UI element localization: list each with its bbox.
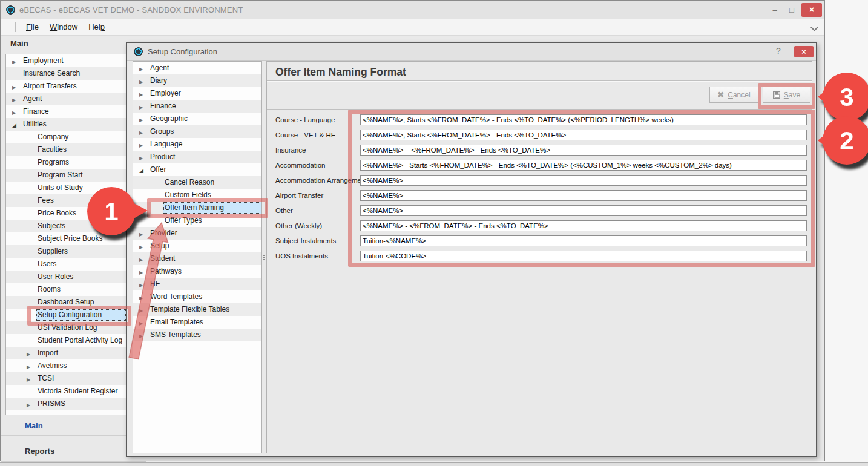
save-button[interactable]: Save (763, 87, 810, 103)
sidebar-tree-item[interactable]: Dashboard Setup (6, 296, 126, 309)
expand-arrow-icon (12, 95, 22, 103)
dialog-tree-item[interactable]: Diary (133, 74, 261, 87)
sidebar-tree-item[interactable]: Faculties (6, 143, 126, 156)
dialog-tree-item[interactable]: Offer (133, 163, 261, 176)
cancel-x-icon: ✖ (717, 90, 724, 99)
sidebar-tree-item[interactable]: Fees (6, 194, 126, 207)
tree-item-label: Import (38, 349, 58, 357)
dialog-tree-item[interactable]: Groups (133, 125, 261, 138)
naming-format-input[interactable] (360, 114, 807, 125)
sidebar-tree-item[interactable]: Student Portal Activity Log (6, 334, 126, 347)
tree-item-label: Provider (150, 229, 177, 237)
maximize-button[interactable]: □ (783, 5, 800, 15)
dialog-tree-item[interactable]: Product (133, 151, 261, 163)
nav-band-reports[interactable]: Reports (1, 440, 146, 462)
menu-item[interactable]: Help (83, 21, 110, 33)
naming-format-input[interactable] (360, 205, 807, 216)
tree-item-label: Diary (150, 76, 167, 85)
sidebar-tree-item[interactable]: Insurance Search (6, 67, 126, 80)
naming-format-input[interactable] (360, 220, 807, 231)
sidebar-tree-item[interactable]: Import (6, 347, 126, 359)
dialog-titlebar: Setup Configuration ? × (127, 43, 816, 61)
dialog-tree-item[interactable]: Offer Item Naming (133, 202, 261, 214)
naming-format-input[interactable] (360, 175, 807, 186)
naming-format-input[interactable] (360, 160, 807, 171)
minimize-button[interactable]: – (766, 5, 783, 15)
sidebar-tree-item[interactable]: Price Books (6, 207, 126, 220)
field-label: Other (275, 207, 360, 214)
sidebar-tree-item[interactable]: Program Start (6, 169, 126, 182)
menu-item[interactable]: Window (44, 21, 83, 33)
sidebar-tree: Employment Insurance Search Airport Tran… (5, 54, 127, 415)
sidebar-tree-item[interactable]: Avetmiss (6, 359, 126, 372)
tree-item-label: Faculties (38, 145, 67, 154)
sidebar-tree-item[interactable]: Setup Configuration (6, 309, 126, 321)
offer-item-naming-pane: Offer Item Naming Format ✖ Cancel Save C… (266, 61, 812, 453)
tree-item-label: Offer (150, 165, 166, 174)
tree-item-label: User Roles (38, 272, 73, 281)
sidebar-tree-item[interactable]: Utilities (6, 118, 126, 131)
dialog-tree-item[interactable]: Student (133, 252, 261, 265)
sidebar-tree-item[interactable]: Agent (6, 93, 126, 105)
sidebar-tree-item[interactable]: Employment (6, 54, 126, 67)
dialog-close-button[interactable]: × (794, 46, 814, 57)
nav-band-main[interactable]: Main (1, 416, 146, 436)
expand-arrow-icon (139, 229, 149, 238)
dialog-tree-item[interactable]: Cancel Reason (133, 176, 261, 189)
sidebar-tree-item[interactable]: Rooms (6, 283, 126, 296)
dialog-tree-item[interactable]: Offer Types (133, 214, 261, 227)
sidebar-tree-item[interactable]: Users (6, 258, 126, 271)
sidebar-tree-item[interactable]: Units of Study (6, 182, 126, 194)
window-title: eBECAS - eBECAS VET DEMO - SANDBOX ENVIR… (19, 5, 243, 15)
dialog-tree-item[interactable]: Custom Fields (133, 189, 261, 202)
close-button[interactable]: × (801, 3, 822, 17)
chevron-down-icon[interactable] (810, 24, 818, 31)
sidebar-tree-item[interactable]: Victoria Student Register (6, 385, 126, 398)
field-label: Subject Instalments (275, 237, 360, 244)
tree-item-label: Fees (38, 196, 54, 205)
button-strip: ✖ Cancel Save (267, 81, 812, 110)
window-controls: – □ × (766, 1, 822, 19)
naming-format-input[interactable] (360, 145, 807, 156)
dialog-help-button[interactable]: ? (774, 46, 783, 56)
expand-arrow-icon (139, 90, 149, 98)
form-row: Accommodation Arrangement (275, 175, 807, 186)
dialog-tree-item[interactable]: Agent (133, 62, 261, 74)
sidebar-tree-item[interactable]: User Roles (6, 271, 126, 283)
sidebar-tree-item[interactable]: Subject Price Books (6, 232, 126, 245)
splitter-handle[interactable] (263, 252, 265, 264)
sidebar-tree-item[interactable]: Programs (6, 156, 126, 169)
expand-arrow-icon (139, 128, 149, 136)
sidebar-tree-item[interactable]: Airport Transfers (6, 80, 126, 93)
tree-item-label: Employment (23, 56, 64, 65)
sidebar-tree-item[interactable]: Subjects (6, 220, 126, 232)
dialog-tree-item[interactable]: SMS Templates (133, 329, 261, 341)
form-row: Insurance (275, 145, 807, 156)
dialog-tree-item[interactable]: HE (133, 278, 261, 290)
dialog-tree-item[interactable]: Setup (133, 240, 261, 252)
dialog-tree-item[interactable]: Template Flexible Tables (133, 303, 261, 316)
sidebar-tree-item[interactable]: USI Validation Log (6, 321, 126, 334)
dialog-tree-item[interactable]: Provider (133, 227, 261, 240)
menu-item[interactable]: File (21, 21, 44, 33)
sidebar-tree-item[interactable]: TCSI (6, 372, 126, 385)
dialog-tree-item[interactable]: Geographic (133, 113, 261, 125)
sidebar-tree-item[interactable]: Finance (6, 105, 126, 118)
dialog-tree-item[interactable]: Email Templates (133, 316, 261, 329)
dialog-tree-item[interactable]: Employer (133, 87, 261, 100)
expand-arrow-icon (139, 255, 149, 263)
naming-format-input[interactable] (360, 235, 807, 246)
dialog-tree-item[interactable]: Finance (133, 100, 261, 113)
cancel-button[interactable]: ✖ Cancel (709, 87, 758, 103)
menu-grip-handle[interactable] (13, 22, 16, 32)
dialog-tree-item[interactable]: Language (133, 138, 261, 151)
naming-format-input[interactable] (360, 130, 807, 140)
sidebar-tree-item[interactable]: Suppliers (6, 245, 126, 258)
sidebar-tree-item[interactable]: PRISMS (6, 398, 126, 410)
tree-item-label: Utilities (23, 120, 47, 128)
dialog-tree-item[interactable]: Pathways (133, 265, 261, 278)
sidebar-tree-item[interactable]: Company (6, 131, 126, 143)
dialog-tree-item[interactable]: Word Templates (133, 290, 261, 303)
naming-format-input[interactable] (360, 190, 807, 201)
naming-format-input[interactable] (360, 251, 807, 261)
